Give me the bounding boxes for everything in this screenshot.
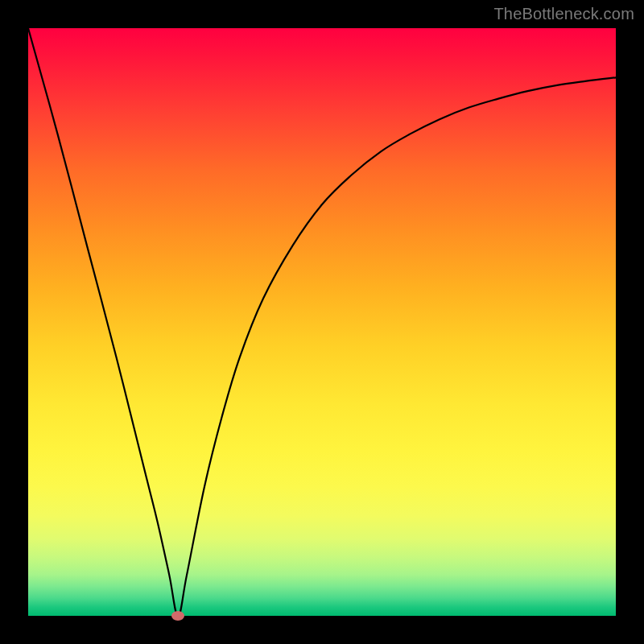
watermark-text: TheBottleneck.com	[493, 5, 634, 23]
bottleneck-curve	[28, 28, 616, 616]
plot-area	[28, 28, 616, 616]
minimum-marker	[171, 611, 184, 621]
chart-frame: TheBottleneck.com	[0, 0, 644, 644]
